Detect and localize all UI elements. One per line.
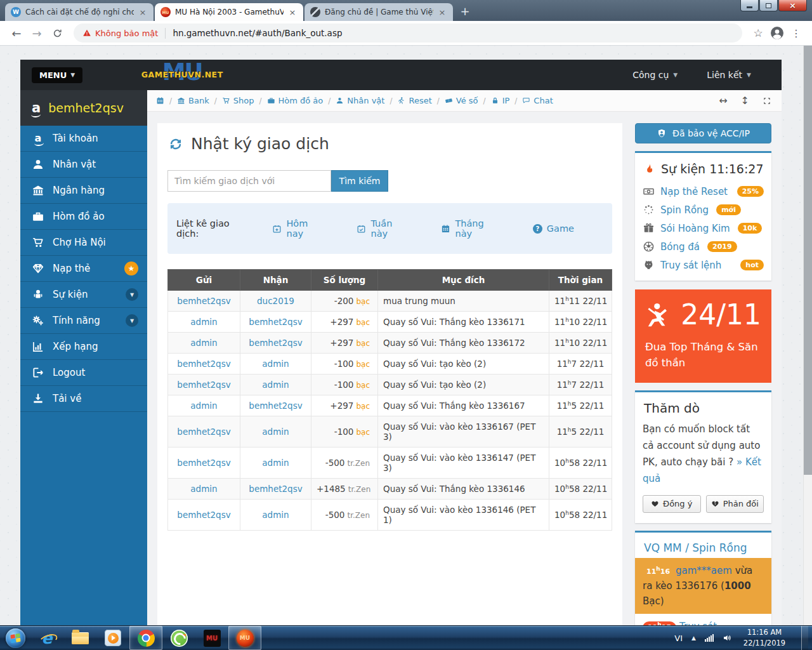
user-link[interactable]: bemhet2qsv — [249, 484, 302, 494]
search-input[interactable] — [167, 170, 331, 192]
tab-close-icon[interactable]: × — [287, 7, 298, 17]
user-link[interactable]: admin — [262, 380, 289, 390]
taskbar-app-wmp[interactable] — [96, 626, 129, 650]
user-link[interactable]: bemhet2qsv — [177, 427, 230, 437]
user-link[interactable]: admin — [190, 484, 217, 494]
taskbar-app-coccoc[interactable] — [162, 626, 195, 650]
browser-scrollbar[interactable] — [803, 46, 812, 625]
sidebar-item-sự-kiện[interactable]: Sự kiện▼ — [20, 282, 147, 308]
menu-button[interactable]: MENU▼ — [32, 67, 82, 83]
breadcrumb-item-chat[interactable]: Chat — [522, 96, 553, 105]
user-link[interactable]: admin — [190, 317, 217, 327]
user-link[interactable]: admin — [262, 510, 289, 520]
browser-tab-2[interactable]: Đăng chủ đề | Game thủ Việt Nam× — [304, 3, 453, 21]
start-button[interactable] — [0, 626, 30, 650]
user-link[interactable]: admin — [262, 458, 289, 468]
event-link[interactable]: Nạp thẻ Reset — [660, 186, 728, 197]
taskbar-app-folder[interactable] — [63, 626, 96, 650]
tools-dropdown[interactable]: Công cụ▼ — [632, 70, 678, 80]
breadcrumb-item-shop[interactable]: Shop — [222, 96, 254, 105]
filter-tuần-này[interactable]: Tuần này — [357, 218, 412, 239]
sidebar-item-xếp-hạng[interactable]: Xếp hạng — [20, 334, 147, 360]
event-link[interactable]: Truy sát lệnh — [660, 260, 721, 271]
links-dropdown[interactable]: Liên kết▼ — [707, 70, 751, 80]
user-link[interactable]: admin — [262, 427, 289, 437]
user-link[interactable]: bemhet2qsv — [249, 401, 302, 411]
tab-close-icon[interactable]: × — [138, 7, 148, 17]
new-tab-button[interactable]: + — [457, 3, 473, 19]
fullscreen-icon[interactable] — [763, 96, 771, 105]
forward-button[interactable]: → — [27, 23, 47, 43]
user-link[interactable]: admin — [190, 401, 217, 411]
sidebar-item-ngân-hàng[interactable]: Ngân hàng — [20, 178, 147, 204]
filter-hôm-nay[interactable]: Hôm nay — [272, 218, 327, 239]
search-button[interactable]: Tìm kiếm — [331, 170, 388, 192]
arrows-vertical-icon[interactable]: ↕ — [741, 95, 749, 107]
browser-tab-1[interactable]: MUMU Hà Nội 2003 - GamethuVN.n× — [155, 3, 303, 21]
taskbar-app-mu-dark[interactable]: MU — [195, 626, 228, 650]
user-link[interactable]: bemhet2qsv — [177, 510, 230, 520]
site-logo[interactable]: MU GAMETHUVN.NET — [134, 60, 230, 90]
user-link[interactable]: bemhet2qsv — [177, 458, 230, 468]
taskbar-app-chrome[interactable] — [129, 626, 162, 650]
user-link[interactable]: bemhet2qsv — [249, 317, 302, 327]
user-link[interactable]: bemhet2qsv — [177, 296, 230, 306]
user-block[interactable]: a bemhet2qsv — [20, 90, 147, 126]
promo-card[interactable]: 24/11 Đua Top Tháng & Săn đồ thần — [635, 289, 771, 383]
breadcrumb-item-hòm-đồ-ảo[interactable]: Hòm đồ ảo — [267, 96, 324, 105]
breadcrumb-item-home[interactable] — [156, 96, 164, 105]
acc-ip-protect-button[interactable]: Đã bảo vệ ACC/IP — [635, 123, 771, 143]
profile-avatar-icon[interactable] — [768, 23, 787, 43]
reload-button[interactable] — [47, 23, 67, 43]
tab-close-icon[interactable]: × — [437, 7, 447, 17]
minimize-button[interactable] — [740, 0, 759, 11]
agree-button[interactable]: Đồng ý — [643, 495, 701, 513]
close-button[interactable]: × — [778, 0, 807, 11]
volume-icon[interactable] — [723, 633, 733, 643]
filter-game[interactable]: ?Game — [533, 223, 574, 234]
restore-button[interactable] — [759, 0, 778, 11]
security-chip[interactable]: Không bảo mật — [82, 29, 158, 38]
breadcrumb-item-bank[interactable]: Bank — [177, 96, 209, 105]
sidebar-item-nạp-thẻ[interactable]: Nạp thẻ★ — [20, 256, 147, 282]
breadcrumb-item-nhân-vật[interactable]: Nhân vật — [336, 96, 384, 105]
user-link[interactable]: bemhet2qsv — [177, 380, 230, 390]
hidden-icons-caret[interactable]: ▲ — [691, 635, 696, 641]
address-bar[interactable]: Không bảo mật hn.gamethuvn.net/#auth/Ban… — [74, 23, 742, 43]
sidebar-item-tính-năng[interactable]: Tính năng▼ — [20, 308, 147, 334]
browser-tab-0[interactable]: WCách cài đặt chế độ nghỉ cho má× — [5, 3, 154, 21]
event-link[interactable]: Spin Rồng — [660, 204, 709, 216]
bookmark-star-icon[interactable]: ☆ — [749, 23, 768, 43]
taskbar-clock[interactable]: 11:16 AM 22/11/2019 — [742, 627, 787, 648]
sidebar-item-tài-khoản[interactable]: aTài khoản — [20, 126, 147, 152]
scrollbar-thumb[interactable] — [804, 46, 812, 475]
filter-tháng-này[interactable]: Tháng này — [441, 218, 503, 239]
breadcrumb-item-reset[interactable]: Reset — [397, 96, 431, 105]
taskbar-app-mu-red[interactable]: MU — [228, 626, 261, 650]
network-icon[interactable] — [705, 634, 714, 642]
sidebar-item-logout[interactable]: Logout — [20, 360, 147, 386]
taskbar-app-ie[interactable]: e — [30, 626, 63, 650]
arrows-horizontal-icon[interactable]: ↔ — [719, 95, 727, 107]
sidebar-item-tải-về[interactable]: Tải về — [20, 386, 147, 412]
user-link[interactable]: duc2019 — [257, 296, 294, 306]
user-link[interactable]: bemhet2qsv — [177, 359, 230, 369]
sidebar-item-chợ-hà-nội[interactable]: Chợ Hà Nội — [20, 230, 147, 256]
user-link[interactable]: admin — [262, 359, 289, 369]
sidebar-item-nhân-vật[interactable]: Nhân vật — [20, 152, 147, 178]
user-link[interactable]: bemhet2qsv — [249, 338, 302, 348]
language-indicator[interactable]: VI — [674, 633, 683, 643]
event-link[interactable]: Bóng đá — [660, 241, 700, 253]
browser-menu-icon[interactable]: ⋮ — [787, 23, 806, 43]
feed-user-link[interactable]: gam***aem — [676, 565, 732, 576]
feed-title[interactable]: VQ MM / Spin Rồng — [644, 541, 764, 554]
sidebar-item-hòm-đồ-ảo[interactable]: Hòm đồ ảo — [20, 204, 147, 230]
event-link[interactable]: Sói Hoàng Kim — [660, 223, 730, 234]
back-button[interactable]: ← — [6, 23, 27, 43]
refresh-icon[interactable] — [169, 137, 183, 151]
breadcrumb-item-ip[interactable]: IP — [491, 96, 510, 105]
disagree-button[interactable]: Phản đối — [706, 495, 764, 513]
show-desktop-button[interactable] — [801, 626, 808, 650]
breadcrumb-item-vé-số[interactable]: Vé số — [445, 96, 478, 105]
user-link[interactable]: admin — [190, 338, 217, 348]
